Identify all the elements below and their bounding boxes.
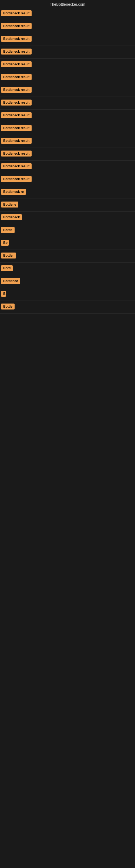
bottleneck-result-badge[interactable]: Bottleneck result	[1, 138, 32, 144]
result-row: Bottleneck result	[0, 59, 135, 71]
bottleneck-result-badge[interactable]: Bottle	[1, 227, 14, 233]
result-row: Bottleneck result	[0, 148, 135, 161]
bottleneck-result-badge[interactable]: Bottler	[1, 252, 16, 258]
result-row: Bottleneck result	[0, 97, 135, 110]
bottleneck-result-badge[interactable]: B	[1, 291, 6, 297]
result-row: Bottleneck result	[0, 84, 135, 97]
bottleneck-result-badge[interactable]: Bottle	[1, 304, 14, 310]
result-row: Bottleneck result	[0, 46, 135, 59]
bottleneck-result-badge[interactable]: Bo	[1, 240, 9, 246]
result-row: Bottl	[0, 262, 135, 275]
bottleneck-result-badge[interactable]: Bottleneck result	[1, 125, 32, 131]
result-row: Bottleneck result	[0, 122, 135, 135]
result-row: Bottleneck result	[0, 110, 135, 122]
bottleneck-result-badge[interactable]: Bottleneck result	[1, 36, 32, 42]
bottleneck-result-badge[interactable]: Bottleneck result	[1, 74, 32, 80]
bottleneck-result-badge[interactable]: Bottleneck result	[1, 163, 32, 169]
results-list: Bottleneck resultBottleneck resultBottle…	[0, 8, 135, 314]
site-title: TheBottlenecker.com	[0, 0, 135, 8]
result-row: Bottleneck result	[0, 135, 135, 148]
bottleneck-result-badge[interactable]: Bottleneck re	[1, 189, 26, 195]
result-row: Bottleneck	[0, 212, 135, 224]
result-row: Bottleneck result	[0, 161, 135, 173]
bottleneck-result-badge[interactable]: Bottlenec	[1, 278, 20, 284]
bottleneck-result-badge[interactable]: Bottleneck result	[1, 23, 32, 29]
result-row: Bottlenec	[0, 275, 135, 288]
bottleneck-result-badge[interactable]: Bottl	[1, 265, 13, 271]
result-row: Bottleneck result	[0, 173, 135, 186]
result-row: Bottleneck result	[0, 8, 135, 20]
result-row: Bottler	[0, 250, 135, 262]
result-row: Bottle	[0, 301, 135, 314]
result-row: Bottleneck result	[0, 20, 135, 33]
bottleneck-result-badge[interactable]: Bottlene	[1, 202, 18, 208]
bottleneck-result-badge[interactable]: Bottleneck result	[1, 176, 32, 182]
result-row: Bottleneck result	[0, 33, 135, 46]
result-row: Bo	[0, 237, 135, 250]
result-row: Bottleneck result	[0, 71, 135, 84]
bottleneck-result-badge[interactable]: Bottleneck result	[1, 151, 32, 156]
bottleneck-result-badge[interactable]: Bottleneck result	[1, 61, 32, 67]
result-row: Bottleneck re	[0, 186, 135, 199]
bottleneck-result-badge[interactable]: Bottleneck result	[1, 10, 32, 16]
result-row: Bottle	[0, 224, 135, 237]
bottleneck-result-badge[interactable]: Bottleneck result	[1, 99, 32, 105]
bottleneck-result-badge[interactable]: Bottleneck result	[1, 112, 32, 118]
result-row: Bottlene	[0, 199, 135, 212]
bottleneck-result-badge[interactable]: Bottleneck result	[1, 87, 32, 93]
result-row: B	[0, 288, 135, 301]
bottleneck-result-badge[interactable]: Bottleneck result	[1, 49, 32, 55]
bottleneck-result-badge[interactable]: Bottleneck	[1, 214, 22, 220]
